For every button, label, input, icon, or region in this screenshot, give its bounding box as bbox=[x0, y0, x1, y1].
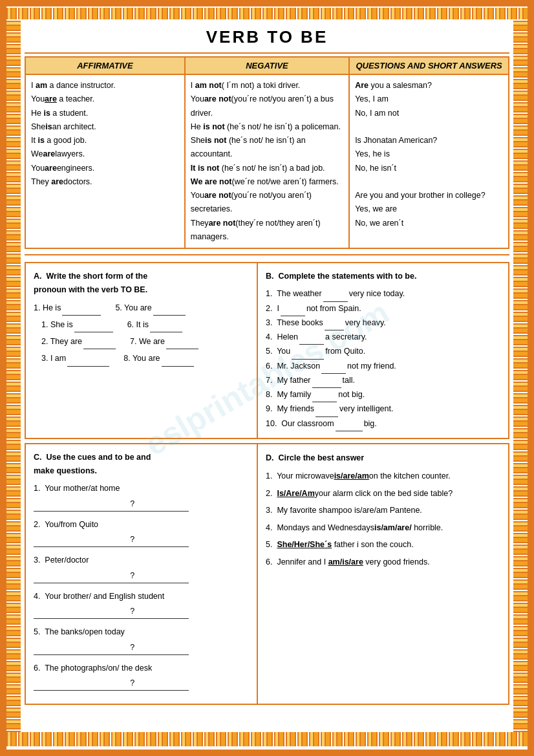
col-negative: NEGATIVE bbox=[185, 57, 349, 74]
exercise-d-title: D. Circle the best answer bbox=[266, 451, 500, 466]
negative-content: I am not( I´m not) a toki driver. Youare… bbox=[185, 74, 349, 248]
questions-content: Are you a salesman? Yes, I am No, I am n… bbox=[349, 74, 509, 248]
exercises-cd-table: C. Use the cues and to be andmake questi… bbox=[25, 443, 509, 706]
page-wrapper: VERB TO BE AFFIRMATIVE NEGATIVE QUESTION… bbox=[0, 0, 534, 756]
inner-page: VERB TO BE AFFIRMATIVE NEGATIVE QUESTION… bbox=[6, 6, 528, 750]
bottom-border bbox=[6, 732, 528, 746]
exercise-a-title: A. Write the short form of thepronoun wi… bbox=[34, 270, 249, 297]
top-border bbox=[6, 6, 528, 21]
page-title: VERB TO BE bbox=[25, 21, 509, 52]
right-border bbox=[513, 21, 528, 732]
exercises-ab-table: A. Write the short form of thepronoun wi… bbox=[25, 262, 509, 439]
exercise-a-cell: A. Write the short form of thepronoun wi… bbox=[25, 263, 257, 438]
content-area: VERB TO BE AFFIRMATIVE NEGATIVE QUESTION… bbox=[21, 21, 513, 732]
exercise-b-items: 1. The weather very nice today. 2. I not… bbox=[266, 287, 500, 431]
col-questions: QUESTIONS AND SHORT ANSWERS bbox=[349, 57, 509, 74]
exercise-d-cell: D. Circle the best answer 1. Your microw… bbox=[257, 444, 509, 705]
left-border bbox=[6, 21, 21, 732]
exercise-d-items: 1. Your microwaveis/are/amon the kitchen… bbox=[266, 469, 500, 569]
exercise-c-cell: C. Use the cues and to be andmake questi… bbox=[25, 444, 257, 705]
exercise-c-items: 1. Your mother/at home ? 2. You/from Qui… bbox=[34, 482, 249, 691]
exercise-b-title: B. Complete the statements with to be. bbox=[266, 270, 500, 283]
affirmative-content: I am a dance instructor. Youare a teache… bbox=[25, 74, 185, 248]
exercise-c-title: C. Use the cues and to be andmake questi… bbox=[34, 451, 249, 479]
exercise-b-cell: B. Complete the statements with to be. 1… bbox=[257, 263, 509, 438]
grammar-table: AFFIRMATIVE NEGATIVE QUESTIONS AND SHORT… bbox=[25, 56, 509, 249]
col-affirmative: AFFIRMATIVE bbox=[25, 57, 185, 74]
exercise-a-items: 1. He is 5. You are 1. She is 6. It is 2… bbox=[34, 301, 249, 367]
